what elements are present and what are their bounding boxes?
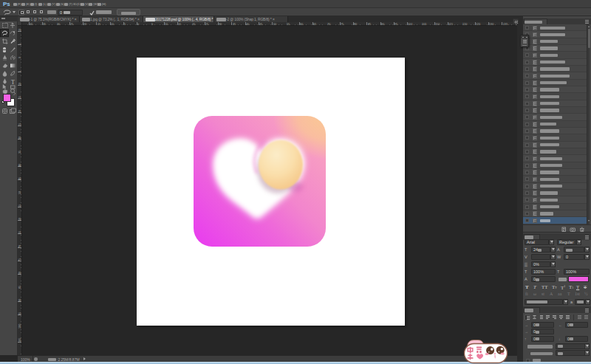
svg-text:10: 10 [111, 23, 114, 26]
svg-text:5: 5 [124, 23, 126, 26]
svg-text:130: 130 [489, 23, 493, 26]
svg-text:T: T [11, 79, 15, 86]
svg-text:55: 55 [18, 205, 21, 207]
svg-text:60: 60 [18, 218, 21, 221]
svg-text:20: 20 [192, 23, 195, 26]
svg-text:105: 105 [18, 338, 21, 343]
svg-text:95: 95 [394, 23, 397, 26]
svg-text:70: 70 [18, 245, 21, 248]
svg-text:45: 45 [18, 177, 21, 180]
svg-text:70: 70 [327, 23, 330, 26]
svg-text:110: 110 [435, 23, 440, 26]
svg-text:100: 100 [408, 23, 412, 26]
svg-text:20: 20 [83, 23, 86, 26]
svg-text:85: 85 [368, 23, 371, 26]
svg-text:20: 20 [18, 110, 21, 113]
svg-text:90: 90 [18, 299, 21, 302]
svg-text:95: 95 [18, 312, 21, 315]
svg-text:30: 30 [219, 23, 222, 26]
svg-text:80: 80 [354, 23, 357, 26]
svg-text:15: 15 [18, 96, 21, 99]
svg-text:40: 40 [246, 23, 249, 26]
svg-text:35: 35 [233, 23, 236, 26]
svg-text:10: 10 [18, 83, 21, 86]
svg-text:0: 0 [137, 23, 139, 26]
svg-text:135: 135 [503, 23, 508, 26]
svg-text:115: 115 [448, 23, 453, 26]
svg-text:75: 75 [18, 258, 21, 261]
svg-text:5: 5 [18, 71, 21, 72]
svg-text:30: 30 [18, 137, 21, 140]
svg-text:80: 80 [18, 272, 21, 275]
svg-text:120: 120 [462, 23, 467, 26]
svg-text:100: 100 [18, 324, 21, 329]
svg-text:10: 10 [18, 29, 21, 32]
svg-text:25: 25 [18, 123, 21, 126]
svg-text:5: 5 [18, 44, 21, 45]
svg-text:50: 50 [273, 23, 276, 26]
svg-text:5: 5 [151, 23, 153, 26]
svg-text:45: 45 [259, 23, 262, 26]
svg-text:15: 15 [98, 23, 100, 26]
svg-text:75: 75 [341, 23, 344, 26]
svg-text:90: 90 [381, 23, 384, 26]
svg-text:125: 125 [476, 23, 480, 26]
svg-text:60: 60 [300, 23, 303, 26]
svg-text:15: 15 [178, 23, 181, 26]
svg-text:85: 85 [18, 286, 21, 289]
svg-text:65: 65 [313, 23, 316, 26]
svg-text:10: 10 [165, 23, 168, 26]
svg-text:25: 25 [205, 23, 208, 26]
svg-text:105: 105 [422, 23, 426, 26]
svg-text:0: 0 [18, 57, 21, 58]
svg-text:50: 50 [18, 191, 21, 194]
svg-text:30: 30 [57, 23, 60, 26]
svg-text:65: 65 [18, 231, 21, 234]
svg-text:35: 35 [43, 23, 46, 26]
svg-text:55: 55 [287, 23, 290, 26]
svg-text:25: 25 [70, 23, 73, 26]
svg-text:35: 35 [18, 151, 21, 154]
svg-text:40: 40 [30, 23, 33, 26]
svg-text:40: 40 [18, 164, 21, 167]
